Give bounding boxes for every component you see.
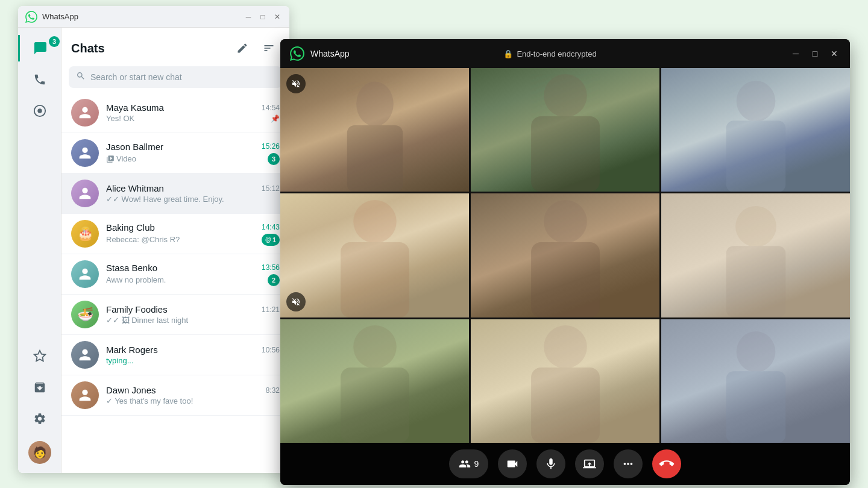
chat-info-alice: Alice Whitman 15:12 ✓✓ Wow! Have great t… — [106, 183, 280, 204]
video-cell-1 — [280, 68, 469, 192]
unread-badge: 3 — [268, 153, 280, 165]
sidebar-item-calls[interactable] — [27, 66, 53, 93]
chat-name: Stasa Benko — [106, 263, 157, 273]
app-body: 3 — [18, 28, 289, 473]
svg-point-17 — [544, 325, 587, 369]
header-icons — [231, 37, 280, 59]
chat-item-foodies[interactable]: 🍜 Family Foodies 11:21 ✓✓ 🖼 Dinner last … — [61, 295, 289, 335]
chat-preview: ✓✓ 🖼 Dinner last night — [106, 316, 188, 325]
chat-avatar-dawn — [71, 381, 99, 409]
chat-preview: ✓ Yes that's my fave too! — [106, 396, 193, 405]
app-title: WhatsApp — [42, 12, 244, 21]
chat-name: Baking Club — [106, 222, 155, 233]
video-minimize-button[interactable]: ─ — [790, 48, 802, 60]
video-cell-5-active — [471, 193, 659, 317]
chat-list: Maya Kasuma 14:54 Yes! OK 📌 — [61, 93, 289, 473]
chat-preview: Rebecca: @Chris R? — [106, 235, 180, 244]
video-close-button[interactable]: ✕ — [828, 48, 840, 60]
toggle-video-button[interactable] — [498, 449, 527, 478]
svg-rect-4 — [347, 125, 402, 192]
participants-count: 9 — [474, 459, 479, 469]
svg-rect-6 — [531, 116, 600, 192]
participants-button[interactable]: 9 — [449, 449, 489, 478]
chat-info-maya: Maya Kasuma 14:54 Yes! OK 📌 — [106, 102, 280, 123]
encryption-text: End-to-end endcrypted — [517, 49, 596, 58]
video-cell-8 — [471, 319, 659, 443]
chat-avatar-maya — [71, 99, 99, 127]
screen-share-button[interactable] — [575, 449, 604, 478]
chat-time: 14:54 — [262, 104, 280, 112]
video-cell-4 — [280, 193, 469, 317]
chat-item-jason[interactable]: Jason Ballmer 15:26 Video 3 — [61, 133, 289, 174]
lock-icon: 🔒 — [503, 49, 513, 58]
chat-time: 13:56 — [262, 263, 280, 272]
chat-time: 8:32 — [266, 386, 280, 395]
chat-name: Dawn Jones — [106, 385, 156, 395]
svg-point-7 — [736, 81, 775, 122]
svg-rect-10 — [341, 242, 409, 318]
maximize-button[interactable]: □ — [258, 12, 268, 22]
mute-indicator-1 — [286, 74, 306, 93]
sidebar-item-archived[interactable] — [27, 374, 53, 401]
chat-avatar-foodies: 🍜 — [71, 301, 99, 328]
svg-point-15 — [353, 325, 397, 369]
chats-title: Chats — [71, 42, 105, 55]
svg-point-1 — [37, 108, 42, 113]
more-options-button[interactable] — [614, 449, 643, 478]
chat-preview: ✓✓ Wow! Have great time. Enjoy. — [106, 195, 224, 204]
video-app-title: WhatsApp — [310, 49, 503, 58]
chat-info-jason: Jason Ballmer 15:26 Video 3 — [106, 142, 280, 165]
chat-time: 15:26 — [262, 142, 280, 151]
chat-avatar-stasa — [71, 260, 99, 288]
sidebar-nav: 3 — [18, 28, 61, 473]
svg-point-11 — [544, 200, 587, 243]
chat-preview: Video — [106, 154, 136, 163]
chat-avatar-mark — [71, 341, 99, 369]
svg-point-5 — [544, 74, 587, 117]
pin-icon: 📌 — [271, 114, 280, 123]
search-input[interactable] — [90, 72, 275, 82]
sidebar-item-starred[interactable] — [27, 343, 53, 369]
video-maximize-button[interactable]: □ — [809, 48, 821, 60]
svg-rect-8 — [726, 120, 785, 192]
sidebar-item-settings[interactable] — [27, 405, 53, 432]
chat-info-foodies: Family Foodies 11:21 ✓✓ 🖼 Dinner last ni… — [106, 304, 280, 325]
svg-point-9 — [353, 200, 397, 243]
chat-item-dawn[interactable]: Dawn Jones 8:32 ✓ Yes that's my fave too… — [61, 375, 289, 416]
chat-item-mark[interactable]: Mark Rogers 10:56 typing... — [61, 335, 289, 375]
svg-point-3 — [356, 81, 394, 126]
chat-item-baking[interactable]: 🎂 Baking Club 14:43 Rebecca: @Chris R? @ — [61, 214, 289, 254]
video-titlebar: WhatsApp 🔒 End-to-end endcrypted ─ □ ✕ — [280, 39, 850, 68]
minimize-button[interactable]: ─ — [244, 12, 253, 22]
chat-time: 11:21 — [262, 305, 280, 314]
svg-rect-12 — [531, 242, 600, 318]
video-cell-2 — [471, 68, 659, 192]
chat-item-alice[interactable]: Alice Whitman 15:12 ✓✓ Wow! Have great t… — [61, 174, 289, 214]
chat-avatar-baking: 🎂 — [71, 220, 99, 248]
chat-name: Jason Ballmer — [106, 142, 163, 152]
chat-avatar-jason — [71, 139, 99, 167]
video-cell-7 — [280, 319, 469, 443]
chat-item-maya[interactable]: Maya Kasuma 14:54 Yes! OK 📌 — [61, 93, 289, 133]
chat-name: Alice Whitman — [106, 183, 164, 193]
svg-rect-16 — [341, 368, 409, 443]
close-button[interactable]: ✕ — [272, 12, 282, 22]
new-chat-button[interactable] — [231, 37, 253, 59]
filter-button[interactable] — [258, 37, 280, 59]
chat-info-stasa: Stasa Benko 13:56 Aww no problem. 2 — [106, 263, 280, 286]
toggle-mic-button[interactable] — [536, 449, 565, 478]
whatsapp-logo-icon — [25, 11, 37, 23]
whatsapp-logo-video-icon — [290, 46, 304, 61]
search-icon — [76, 71, 86, 83]
chat-item-stasa[interactable]: Stasa Benko 13:56 Aww no problem. 2 — [61, 254, 289, 295]
user-avatar[interactable]: 🧑 — [27, 439, 53, 466]
chat-name: Mark Rogers — [106, 345, 158, 355]
call-controls-bar: 9 — [280, 443, 850, 485]
svg-rect-20 — [726, 371, 785, 443]
mute-indicator-4 — [286, 292, 306, 311]
chat-info-dawn: Dawn Jones 8:32 ✓ Yes that's my fave too… — [106, 385, 280, 405]
sidebar-item-chats[interactable]: 3 — [18, 35, 61, 61]
end-call-button[interactable] — [652, 449, 681, 478]
unread-badge: 2 — [268, 274, 280, 286]
sidebar-item-status[interactable] — [27, 98, 53, 124]
